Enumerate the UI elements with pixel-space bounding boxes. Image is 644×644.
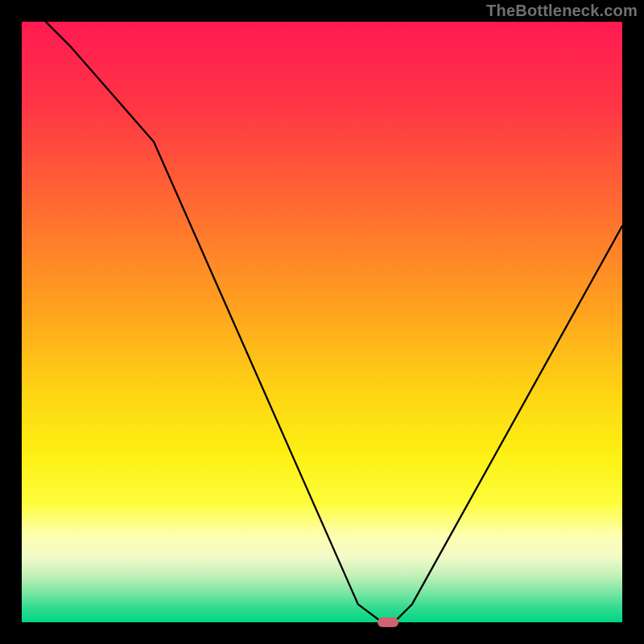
bottleneck-chart: TheBottleneck.com	[0, 0, 644, 644]
chart-svg	[0, 0, 644, 644]
optimal-marker	[378, 617, 398, 627]
plot-background	[22, 22, 622, 622]
watermark-text: TheBottleneck.com	[486, 2, 638, 20]
